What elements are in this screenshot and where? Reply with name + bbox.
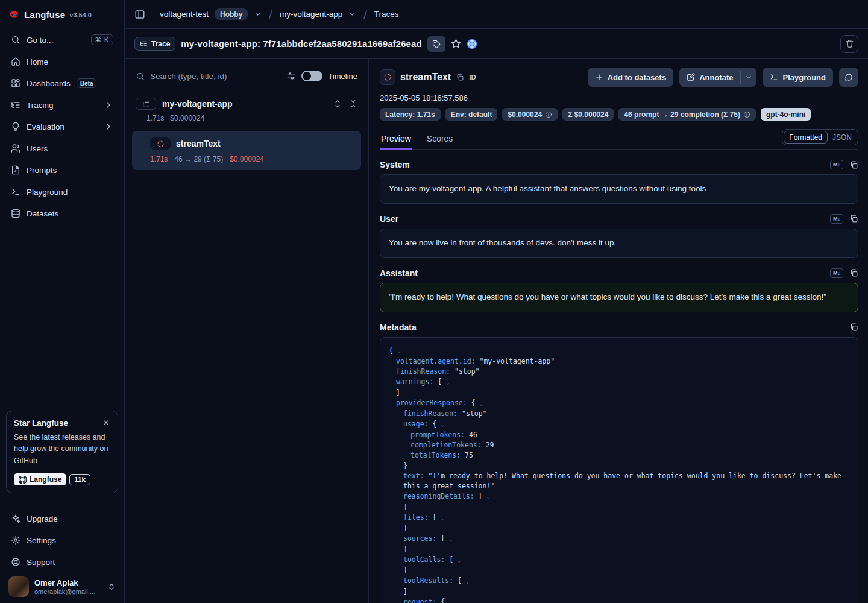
trace-node-badge: [136, 98, 156, 110]
star-langfuse-card: Star Langfuse See the latest releases an…: [6, 411, 118, 493]
metric-badge[interactable]: gpt-4o-mini: [761, 108, 811, 121]
generation-icon: [383, 73, 392, 81]
breadcrumb-separator: [269, 10, 272, 19]
copy-icon[interactable]: [849, 323, 858, 332]
markdown-toggle-icon[interactable]: M↓: [830, 160, 843, 169]
copy-icon[interactable]: [849, 214, 858, 223]
json-collapse-icon[interactable]: ⌄: [397, 348, 400, 354]
app-version: v3.54.0: [69, 11, 92, 19]
json-collapse-icon[interactable]: ⌄: [449, 536, 452, 542]
tab-preview[interactable]: Preview: [380, 134, 412, 149]
json-collapse-icon[interactable]: ⌄: [480, 400, 483, 406]
system-message: You are my-voltagent-app. A helpful assi…: [380, 174, 858, 204]
chevron-down-icon[interactable]: [348, 10, 356, 18]
markdown-toggle-icon[interactable]: M↓: [830, 268, 843, 278]
sidebar-item-home[interactable]: Home: [6, 51, 118, 72]
add-to-datasets-button[interactable]: Add to datasets: [588, 68, 674, 87]
github-star-button[interactable]: Langfuse: [14, 473, 66, 485]
tab-scores[interactable]: Scores: [426, 134, 454, 149]
breadcrumb-project[interactable]: my-voltagent-app: [280, 10, 342, 19]
metric-badge[interactable]: 46 prompt → 29 completion (Σ 75): [618, 108, 756, 121]
expand-all-icon[interactable]: [333, 99, 342, 108]
copy-icon[interactable]: [849, 268, 858, 277]
metric-badge[interactable]: Latency: 1.71s: [380, 108, 441, 121]
json-line: providerResponse: { ⌄: [389, 398, 849, 409]
chevron-down-icon: [745, 74, 752, 81]
json-line: { ⌄: [389, 346, 849, 356]
json-collapse-icon[interactable]: ⌄: [458, 557, 461, 563]
search-icon: [11, 35, 20, 45]
langfuse-logo-icon: [8, 9, 20, 21]
comment-button[interactable]: [839, 68, 858, 87]
list-tree-icon: [140, 40, 148, 48]
sidebar-nav: Go to... ⌘ K Home Dashboards Beta Tracin…: [6, 29, 118, 224]
generation-icon: [157, 140, 165, 148]
goto-button[interactable]: Go to... ⌘ K: [6, 29, 118, 51]
github-icon: [19, 476, 27, 484]
chevron-down-icon[interactable]: [254, 10, 262, 18]
sidebar-item-dashboards[interactable]: Dashboards Beta: [6, 72, 118, 94]
observation-latency: 1.71s: [150, 155, 168, 163]
search-icon: [136, 72, 145, 81]
public-globe-icon[interactable]: [467, 39, 477, 49]
json-collapse-icon[interactable]: ⌄: [441, 421, 444, 428]
tag-button[interactable]: [427, 36, 445, 52]
annotate-pencil-icon: [687, 73, 695, 81]
breadcrumb-org[interactable]: voltagent-test: [160, 10, 209, 19]
delete-trace-button[interactable]: [840, 35, 858, 53]
breadcrumb-section[interactable]: Traces: [374, 10, 399, 19]
json-collapse-icon[interactable]: ⌄: [466, 578, 469, 584]
metric-badge[interactable]: Σ $0.000024: [562, 108, 614, 121]
sidebar-item-prompts[interactable]: Prompts: [6, 159, 118, 181]
observation-stream-text[interactable]: streamText 1.71s 46 → 29 (Σ 75) $0.00002…: [132, 131, 361, 170]
format-option-formatted[interactable]: Formatted: [784, 131, 828, 144]
timeline-toggle[interactable]: [301, 71, 322, 81]
annotate-button[interactable]: Annotate: [679, 68, 740, 87]
collapse-all-icon[interactable]: [349, 99, 357, 108]
metric-badge[interactable]: $0.000024: [502, 108, 558, 121]
chevrons-up-down-icon[interactable]: [107, 582, 116, 591]
annotate-button-group: Annotate: [679, 68, 756, 87]
sidebar-item-playground[interactable]: Playground: [6, 181, 118, 203]
json-collapse-icon[interactable]: ⌄: [441, 515, 444, 521]
json-collapse-icon[interactable]: ⌄: [487, 494, 490, 500]
metric-badge[interactable]: Env: default: [445, 108, 498, 121]
sidebar-item-datasets[interactable]: Datasets: [6, 203, 118, 224]
sidebar-item-upgrade[interactable]: Upgrade: [6, 508, 118, 529]
annotate-dropdown-button[interactable]: [741, 68, 756, 87]
sidebar-item-settings[interactable]: Settings: [6, 529, 118, 551]
section-title: Metadata: [380, 323, 417, 332]
copy-icon[interactable]: [849, 160, 858, 169]
section-title: Assistant: [380, 268, 418, 278]
playground-button[interactable]: Playground: [763, 68, 833, 87]
json-line: ]: [389, 523, 849, 534]
markdown-toggle-icon[interactable]: M↓: [830, 214, 843, 224]
plus-icon: [595, 73, 603, 81]
json-collapse-icon[interactable]: ⌄: [449, 599, 452, 603]
json-line: voltagent.agent.id: "my-voltagent-app": [389, 356, 849, 367]
filter-sliders-icon[interactable]: [286, 71, 296, 81]
observation-timestamp: 2025-05-05 18:16:57.586: [380, 93, 858, 103]
section-system: System M↓ You are my-voltagent-app. A he…: [380, 160, 858, 204]
format-toggle: Formatted JSON: [782, 129, 858, 145]
observation-tokens: 46 → 29 (Σ 75): [174, 155, 223, 163]
close-icon[interactable]: [102, 418, 110, 427]
json-line: toolCalls: [ ⌄: [389, 555, 849, 566]
sidebar-toggle-icon[interactable]: [134, 9, 145, 20]
beta-badge: Beta: [77, 78, 97, 88]
star-card-title: Star Langfuse: [14, 418, 68, 428]
github-star-count: 11k: [69, 474, 90, 485]
trace-root-node[interactable]: my-voltagent-app: [132, 98, 361, 110]
user-profile[interactable]: Omer Aplak omeraplak@gmail....: [6, 573, 118, 597]
json-collapse-icon[interactable]: ⌄: [446, 379, 449, 385]
search-input[interactable]: [150, 72, 281, 81]
observation-detail-panel: streamText ID Add to datasets Annotate: [369, 59, 868, 603]
copy-id-icon[interactable]: [456, 73, 464, 81]
format-option-json[interactable]: JSON: [828, 131, 857, 143]
sidebar-item-support[interactable]: Support: [6, 551, 118, 573]
sidebar-item-evaluation[interactable]: Evaluation: [6, 116, 118, 137]
json-line: ]: [389, 545, 849, 555]
sidebar-item-tracing[interactable]: Tracing: [6, 94, 118, 116]
sidebar-item-users[interactable]: Users: [6, 137, 118, 159]
bookmark-star-icon[interactable]: [451, 39, 461, 49]
